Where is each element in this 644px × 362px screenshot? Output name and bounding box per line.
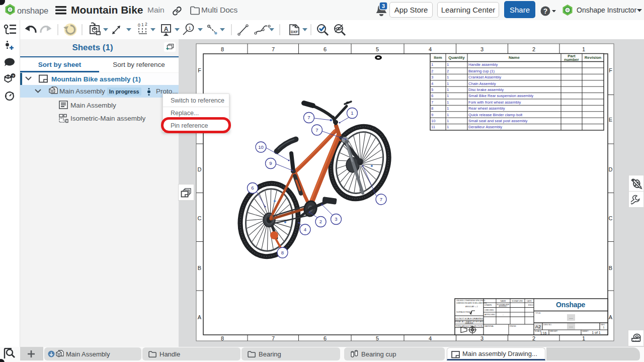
svg-text:7: 7 <box>272 46 275 52</box>
svg-text:2: 2 <box>532 335 535 341</box>
svg-text:7: 7 <box>380 197 382 202</box>
svg-text:Fork with front wheel assembly: Fork with front wheel assembly <box>468 100 521 105</box>
svg-text:4: 4 <box>304 227 306 232</box>
svg-text:1 of 1: 1 of 1 <box>592 331 601 334</box>
svg-text:8: 8 <box>221 335 224 341</box>
svg-text:Name: Name <box>509 55 520 60</box>
svg-text:MATERIAL: MATERIAL <box>485 325 494 327</box>
svg-text:2: 2 <box>447 69 449 73</box>
svg-text:B: B <box>609 265 612 271</box>
svg-text:1: 1 <box>582 46 585 52</box>
svg-text:A: A <box>609 314 613 320</box>
svg-text:Small seat and seat post assem: Small seat and seat post assembly <box>468 119 528 123</box>
svg-text:2: 2 <box>532 46 535 52</box>
svg-text:4: 4 <box>429 46 432 52</box>
svg-text:1: 1 <box>431 62 433 67</box>
svg-text:6: 6 <box>324 335 327 341</box>
svg-text:8/8/22: 8/8/22 <box>528 304 534 306</box>
svg-text:DATE: DATE <box>527 300 532 302</box>
svg-text:1: 1 <box>582 335 585 341</box>
svg-text:D: D <box>198 166 202 172</box>
svg-text:F: F <box>609 67 612 73</box>
svg-text:APPROVED: APPROVED <box>485 314 495 316</box>
svg-text:number: number <box>564 57 579 62</box>
svg-text:1: 1 <box>447 94 449 98</box>
svg-text:3: 3 <box>431 75 433 79</box>
svg-text:DO NOT SCALE DRAWING: DO NOT SCALE DRAWING <box>455 317 483 320</box>
svg-text:5: 5 <box>376 335 379 341</box>
svg-text:11: 11 <box>431 125 435 129</box>
svg-text:1: 1 <box>447 119 449 123</box>
svg-text:2: 2 <box>431 69 433 73</box>
svg-text:3: 3 <box>480 46 484 52</box>
svg-text:1: 1 <box>447 113 449 117</box>
svg-text:SIGNATURE: SIGNATURE <box>512 300 523 302</box>
svg-text:----: ---- <box>569 325 573 328</box>
svg-text:1: 1 <box>447 100 449 105</box>
svg-text:----: ---- <box>569 317 573 320</box>
svg-text:NAME: NAME <box>501 300 506 302</box>
svg-text:Onshape: Onshape <box>556 301 585 309</box>
svg-text:Rear wheel assembly: Rear wheel assembly <box>468 106 505 111</box>
svg-text:7: 7 <box>431 100 433 105</box>
svg-text:E: E <box>609 117 612 123</box>
svg-text:Chain Assembly: Chain Assembly <box>468 81 496 86</box>
svg-text:C: C <box>198 215 202 221</box>
svg-text:WEIGHT:: WEIGHT: <box>550 330 558 332</box>
svg-text:9: 9 <box>269 160 272 166</box>
svg-text:A2: A2 <box>535 324 541 329</box>
svg-text:D: D <box>609 166 613 172</box>
svg-text:Item: Item <box>434 55 442 60</box>
svg-text:Derailleur Assembly: Derailleur Assembly <box>468 125 502 129</box>
svg-text:3: 3 <box>335 216 337 222</box>
svg-text:8: 8 <box>431 106 433 111</box>
svg-text:6: 6 <box>431 94 433 98</box>
svg-text:1: 1 <box>447 81 449 86</box>
svg-text:UNLESS OTHERWISE SPECIFIED:: UNLESS OTHERWISE SPECIFIED: <box>456 300 486 302</box>
svg-text:CHECKED: CHECKED <box>485 309 494 311</box>
svg-text:B: B <box>198 265 201 271</box>
svg-text:1: 1 <box>141 22 144 27</box>
svg-text:0: 0 <box>138 23 140 28</box>
svg-text:Disc brake assembly: Disc brake assembly <box>468 87 504 92</box>
svg-text:3: 3 <box>480 335 484 341</box>
svg-text:10: 10 <box>258 144 264 150</box>
svg-text:2: 2 <box>319 219 322 224</box>
svg-text:Quick release Binder clamp bol: Quick release Binder clamp bolt <box>468 113 523 117</box>
svg-text:8: 8 <box>281 250 284 255</box>
svg-text:DRAWN: DRAWN <box>485 304 492 306</box>
svg-text:FIRST ANGLE PROJECTION: FIRST ANGLE PROJECTION <box>456 325 482 327</box>
svg-text:ANGULAR: +-1: ANGULAR: +-1 <box>465 306 478 308</box>
svg-text:7: 7 <box>307 115 310 120</box>
svg-text:9: 9 <box>431 113 433 117</box>
svg-text:Handle assembly: Handle assembly <box>468 62 498 67</box>
svg-text:Revision: Revision <box>585 55 601 60</box>
svg-text:1: 1 <box>447 62 449 67</box>
svg-text:Small Bike Rear suspension ass: Small Bike Rear suspension assembly <box>468 94 533 98</box>
svg-text:F: F <box>198 67 201 73</box>
svg-text:ASSEMBLY: ASSEMBLY <box>499 305 508 307</box>
svg-text:3: 3 <box>382 3 385 9</box>
svg-text:DEBURR: DEBURR <box>465 322 473 324</box>
svg-text:Crankset Assembly: Crankset Assembly <box>468 75 501 79</box>
svg-text:onshape: onshape <box>17 6 48 15</box>
svg-text:1: 1 <box>447 87 449 92</box>
svg-text:Quantity: Quantity <box>448 55 465 60</box>
svg-text:2: 2 <box>145 22 147 27</box>
svg-text:TITLE:: TITLE: <box>535 312 541 314</box>
svg-text:DWG NO.: DWG NO. <box>543 324 552 326</box>
svg-text:10: 10 <box>431 119 435 123</box>
svg-text:FINISH: FINISH <box>510 325 516 327</box>
svg-text:Bearing cup (1): Bearing cup (1) <box>468 69 495 73</box>
svg-text:1: 1 <box>447 106 449 111</box>
svg-text:8: 8 <box>221 46 224 52</box>
svg-text:DXF: DXF <box>291 30 298 34</box>
svg-text:1: 1 <box>447 75 449 79</box>
svg-text:6: 6 <box>251 185 254 191</box>
svg-text:1: 1 <box>447 125 449 129</box>
svg-text:1:16: 1:16 <box>540 331 547 335</box>
svg-text:7: 7 <box>315 127 318 133</box>
svg-text:C: C <box>609 215 613 221</box>
svg-text:1: 1 <box>351 110 353 116</box>
svg-text:A: A <box>164 26 169 33</box>
